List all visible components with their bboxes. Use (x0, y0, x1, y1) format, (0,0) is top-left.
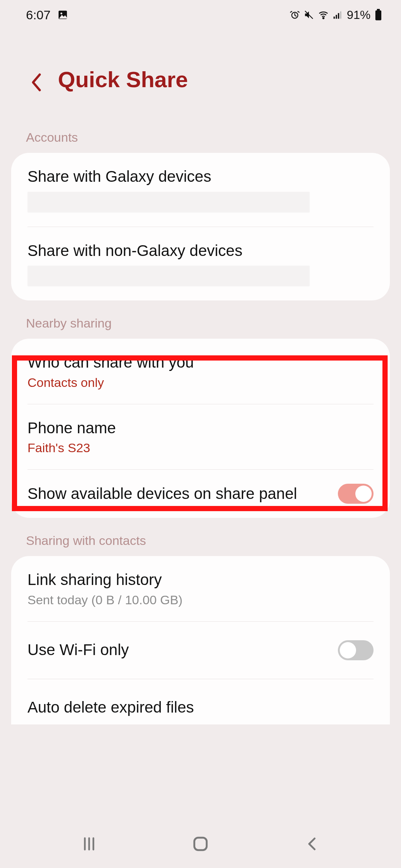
row-auto-delete[interactable]: Auto delete expired files (11, 679, 390, 725)
signal-icon (333, 10, 343, 20)
status-left: 6:07 (26, 8, 68, 22)
nav-recents-icon[interactable] (76, 831, 102, 857)
section-label-contacts: Sharing with contacts (0, 518, 401, 556)
svg-rect-5 (333, 17, 335, 19)
wifi-icon (318, 9, 329, 20)
svg-rect-6 (336, 15, 337, 19)
status-right: 91% (290, 8, 382, 22)
nav-back-icon[interactable] (299, 831, 325, 857)
row-phone-name-value: Faith's S23 (27, 441, 374, 455)
row-who-can-share[interactable]: Who can share with you Contacts only (11, 339, 390, 404)
redacted-block (27, 192, 310, 213)
back-icon[interactable] (30, 72, 45, 87)
page-header: Quick Share (0, 30, 401, 115)
card-accounts: Share with Galaxy devices Share with non… (11, 153, 390, 300)
alarm-icon (290, 10, 300, 20)
svg-rect-10 (375, 10, 381, 20)
row-link-history-title: Link sharing history (27, 570, 374, 590)
svg-point-4 (323, 17, 324, 19)
toggle-show-devices[interactable] (338, 484, 374, 504)
battery-icon (374, 9, 382, 21)
section-label-accounts: Accounts (0, 115, 401, 153)
row-share-non-galaxy-title: Share with non-Galaxy devices (27, 241, 374, 261)
nav-home-icon[interactable] (188, 831, 213, 857)
card-contacts: Link sharing history Sent today (0 B / 1… (11, 556, 390, 724)
status-bar: 6:07 91% (0, 0, 401, 30)
system-nav-bar (0, 820, 401, 868)
row-phone-name-title: Phone name (27, 418, 374, 438)
row-who-can-share-title: Who can share with you (27, 353, 374, 372)
row-share-galaxy-title: Share with Galaxy devices (27, 167, 374, 187)
row-who-can-share-value: Contacts only (27, 375, 374, 390)
status-time: 6:07 (26, 8, 50, 22)
row-phone-name[interactable]: Phone name Faith's S23 (11, 404, 390, 470)
row-share-non-galaxy[interactable]: Share with non-Galaxy devices (11, 227, 390, 301)
battery-percent: 91% (347, 8, 371, 22)
row-show-devices[interactable]: Show available devices on share panel (11, 470, 390, 518)
card-nearby: Who can share with you Contacts only Pho… (11, 339, 390, 518)
picture-icon (57, 9, 68, 20)
row-wifi-only[interactable]: Use Wi-Fi only (11, 622, 390, 679)
svg-rect-14 (194, 838, 206, 850)
row-auto-delete-title: Auto delete expired files (27, 698, 374, 717)
page-title: Quick Share (58, 67, 188, 92)
redacted-block (27, 266, 310, 286)
section-label-nearby: Nearby sharing (0, 300, 401, 339)
mute-icon (304, 10, 314, 20)
row-share-galaxy[interactable]: Share with Galaxy devices (11, 153, 390, 227)
svg-rect-8 (340, 11, 342, 19)
row-show-devices-title: Show available devices on share panel (27, 484, 327, 504)
svg-rect-7 (338, 13, 339, 19)
svg-point-1 (61, 13, 62, 14)
toggle-wifi-only[interactable] (338, 640, 374, 660)
row-link-history-sub: Sent today (0 B / 10.00 GB) (27, 593, 374, 607)
svg-rect-9 (377, 9, 380, 10)
row-link-history[interactable]: Link sharing history Sent today (0 B / 1… (11, 556, 390, 621)
row-wifi-only-title: Use Wi-Fi only (27, 640, 338, 660)
